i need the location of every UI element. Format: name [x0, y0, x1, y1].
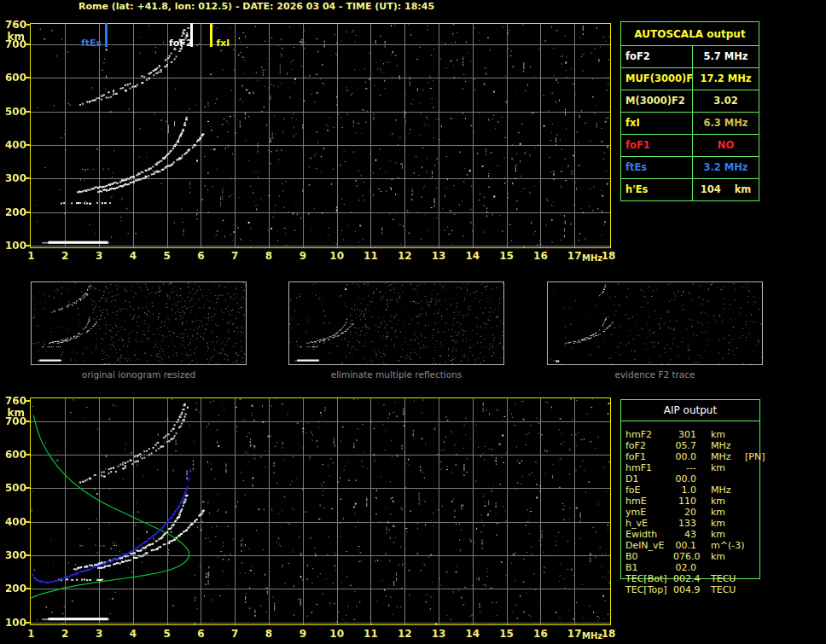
- aip-row-delnve: DelN_vE00.1m^(-3): [620, 540, 791, 551]
- x-axis-label: 7: [225, 250, 244, 262]
- x-axis-label: 11: [361, 250, 380, 262]
- autoscala-row-label: h'Es: [621, 179, 693, 200]
- aip-param-value: 301: [673, 429, 696, 440]
- aip-param-value: 110: [673, 496, 696, 507]
- aip-param-value: 004.9: [673, 584, 696, 595]
- autoscala-row-fof2: foF25.7 MHz: [621, 46, 759, 68]
- y-axis-tick: [25, 521, 30, 523]
- x-axis-label: 2: [55, 628, 74, 640]
- y-axis-label: 200: [0, 206, 26, 218]
- x-axis-label: 5: [158, 628, 177, 640]
- x-axis-label: 13: [429, 628, 448, 640]
- aip-param-unit: MHz: [711, 484, 743, 496]
- autoscala-row-m3000f2: M(3000)F23.02: [621, 90, 759, 113]
- aip-param-unit: km: [711, 529, 743, 540]
- x-axis-label: 12: [395, 628, 414, 640]
- aip-param-value: 076.0: [673, 551, 696, 562]
- panel-evidence-caption: evidence F2 trace: [547, 369, 763, 380]
- x-axis-label: 11: [361, 628, 380, 640]
- aip-param-name: DelN_vE: [625, 540, 673, 551]
- aip-param-unit: [711, 562, 743, 573]
- aip-param-unit: km: [711, 462, 743, 473]
- aip-param-note: [PN]: [745, 451, 765, 462]
- x-axis-label: 7: [225, 628, 244, 640]
- autoscala-row-value: 3.02: [693, 90, 759, 112]
- autoscala-row-value: 5.7 MHz: [693, 46, 759, 67]
- y-axis-label: 600: [0, 449, 26, 461]
- y-axis-tick: [25, 400, 30, 402]
- aip-header-divider: [620, 421, 760, 421]
- panel-eliminate-caption: eliminate multiple reflections: [288, 369, 504, 380]
- aip-param-name: TEC[Top]: [625, 584, 673, 595]
- aip-row-foe: foE1.0MHz: [620, 484, 791, 496]
- aip-param-value: 05.7: [673, 440, 696, 451]
- aip-row-hmf2: hmF2301km: [620, 429, 791, 440]
- marker-label-ftes: ftEs: [81, 38, 102, 49]
- y-axis-label: 300: [0, 172, 26, 184]
- y-axis-tick: [25, 622, 30, 624]
- autoscala-row-value: NO: [693, 135, 759, 156]
- autoscala-row-value: 17.2 MHz: [693, 68, 759, 90]
- aip-param-value: 02.0: [673, 562, 696, 573]
- autoscala-row-label: MUF(3000)F2: [621, 68, 693, 90]
- aip-param-value: 133: [673, 518, 696, 529]
- aip-param-name: B0: [625, 551, 673, 562]
- y-axis-tick: [25, 144, 30, 146]
- page-title: Rome (lat: +41.8, lon: 012.5) - DATE: 20…: [79, 1, 434, 12]
- x-axis-unit-label: MHz: [582, 631, 602, 641]
- x-axis-label: 16: [531, 250, 550, 262]
- y-axis-tick: [25, 454, 30, 455]
- autoscala-row-value: 104 km: [693, 179, 759, 200]
- y-axis-tick: [25, 212, 30, 213]
- aip-param-name: ymE: [625, 507, 673, 518]
- x-axis-label: 4: [124, 628, 143, 640]
- autoscala-row-fof1: foF1NO: [621, 135, 759, 157]
- aip-param-value: ---: [673, 462, 696, 473]
- autoscala-row-label: fxI: [621, 113, 693, 134]
- aip-param-name: Ewidth: [625, 529, 673, 540]
- y-axis-tick: [25, 77, 30, 78]
- autoscala-window: Rome (lat: +41.8, lon: 012.5) - DATE: 20…: [0, 0, 826, 644]
- x-axis-label: 17: [565, 628, 584, 640]
- aip-row-d1: D100.0: [620, 473, 791, 484]
- autoscala-row-fxi: fxI6.3 MHz: [621, 113, 759, 135]
- aip-param-unit: MHz: [711, 440, 743, 451]
- panel-evidence-f2-canvas: [547, 281, 763, 365]
- y-axis-label: 760: [0, 395, 26, 407]
- x-axis-label: 14: [463, 628, 482, 640]
- y-axis-unit-label: km: [0, 407, 25, 419]
- y-axis-label: 760: [0, 19, 26, 31]
- aip-param-unit: TECU: [711, 573, 743, 584]
- y-axis-label: 100: [0, 617, 26, 629]
- x-axis-label: 15: [497, 628, 516, 640]
- aip-row-tecbot: TEC[Bot]002.4TECU: [620, 573, 791, 584]
- x-axis-label: 2: [55, 250, 74, 262]
- top-ionogram-canvas: [30, 23, 611, 248]
- panel-original-ionogram-canvas: [31, 281, 247, 365]
- aip-param-unit: km: [711, 429, 743, 440]
- y-axis-tick: [25, 487, 30, 489]
- aip-param-unit: km: [711, 507, 743, 518]
- x-axis-label: 1: [22, 250, 41, 262]
- y-axis-label: 400: [0, 516, 26, 528]
- x-axis-label: 17: [565, 250, 584, 262]
- marker-label-fxi: fxI: [216, 38, 230, 49]
- x-axis-label: 12: [395, 250, 414, 262]
- aip-row-hve: h_vE133km: [620, 518, 791, 529]
- aip-row-fof1: foF100.0MHz[PN]: [620, 451, 791, 462]
- aip-row-b0: B0076.0km: [620, 551, 791, 562]
- autoscala-table-title: AUTOSCALA output: [621, 22, 759, 46]
- panel-original-caption: original ionogram resized: [31, 369, 247, 380]
- x-axis-label: 14: [463, 250, 482, 262]
- y-axis-label: 500: [0, 482, 26, 494]
- autoscala-row-label: foF1: [621, 135, 693, 156]
- y-axis-unit-label: km: [0, 31, 25, 43]
- aip-row-hmf1: hmF1---km: [620, 462, 791, 473]
- aip-param-unit: km: [711, 551, 743, 562]
- autoscala-row-ftes: ftEs3.2 MHz: [621, 157, 759, 179]
- y-axis-label: 400: [0, 139, 26, 151]
- x-axis-label: 10: [328, 250, 346, 262]
- autoscala-row-value: 3.2 MHz: [693, 157, 759, 178]
- aip-param-unit: [711, 473, 743, 484]
- y-axis-tick: [25, 554, 30, 556]
